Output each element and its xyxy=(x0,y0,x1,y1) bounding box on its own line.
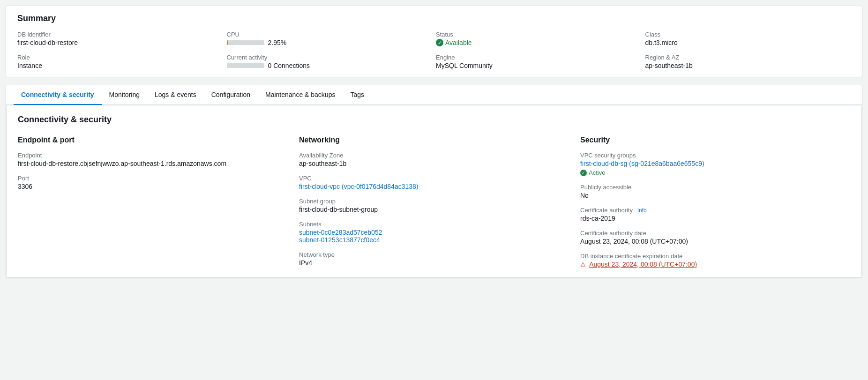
cpu-bar xyxy=(227,40,264,45)
db-identifier-value: first-cloud-db-restore xyxy=(17,39,223,46)
vpc-security-group-link[interactable]: first-cloud-db-sg (sg-021e8a6baa6e655c9) xyxy=(580,160,704,167)
vpc-link-value[interactable]: first-cloud-vpc (vpc-0f0176d4d84ac3138) xyxy=(299,183,569,190)
certificate-authority-label: Certificate authority Info xyxy=(580,207,850,214)
port-label: Port xyxy=(18,175,288,182)
cpu-value: 2.95% xyxy=(268,39,287,46)
class-value: db.t3.micro xyxy=(645,39,851,46)
tab-wrapper: Connectivity & security Monitoring Logs … xyxy=(6,85,862,278)
security-column: Security VPC security groups first-cloud… xyxy=(580,136,850,268)
networking-column: Networking Availability Zone ap-southeas… xyxy=(299,136,569,268)
certificate-authority-info-link[interactable]: Info xyxy=(637,207,647,214)
tab-bar: Connectivity & security Monitoring Logs … xyxy=(6,85,862,105)
cpu-item: CPU 2.95% xyxy=(227,31,433,46)
region-az-label: Region & AZ xyxy=(645,54,851,61)
connections-bar xyxy=(227,63,264,68)
subnet-group-value: first-cloud-db-subnet-group xyxy=(299,206,569,213)
engine-value: MySQL Community xyxy=(436,62,642,69)
active-label: Active xyxy=(589,169,605,176)
warn-icon: ⚠ xyxy=(580,261,586,268)
vpc-label: VPC xyxy=(299,175,569,182)
class-item: Class db.t3.micro xyxy=(645,31,851,46)
vpc-link[interactable]: first-cloud-vpc (vpc-0f0176d4d84ac3138) xyxy=(299,183,418,190)
network-type-value: IPv4 xyxy=(299,259,569,267)
region-az-value: ap-southeast-1b xyxy=(645,62,851,69)
connectivity-security-section: Connectivity & security Endpoint & port … xyxy=(6,105,862,278)
cpu-bar-fill xyxy=(227,40,228,45)
class-label: Class xyxy=(645,31,851,38)
subnet1-link[interactable]: subnet-0c0e283ad57ceb052 xyxy=(299,229,382,236)
engine-item: Engine MySQL Community xyxy=(436,54,642,69)
db-identifier-item: DB identifier first-cloud-db-restore xyxy=(17,31,223,46)
subnet2-link-value[interactable]: subnet-01253c13877cf0ec4 xyxy=(299,236,569,244)
region-az-item: Region & AZ ap-southeast-1b xyxy=(645,54,851,69)
networking-title: Networking xyxy=(299,136,569,144)
certificate-authority-date-label: Certificate authority date xyxy=(580,230,850,237)
connections-bar-container: 0 Connections xyxy=(227,62,433,69)
status-item: Status ✓ Available xyxy=(436,31,642,46)
tab-connectivity[interactable]: Connectivity & security xyxy=(14,85,102,105)
active-check-icon: ✓ xyxy=(580,170,587,176)
summary-title: Summary xyxy=(17,14,851,23)
endpoint-port-column: Endpoint & port Endpoint first-cloud-db-… xyxy=(18,136,288,268)
engine-label: Engine xyxy=(436,54,642,61)
tab-maintenance[interactable]: Maintenance & backups xyxy=(258,85,343,105)
certificate-authority-date-value: August 23, 2024, 00:08 (UTC+07:00) xyxy=(580,238,850,245)
db-identifier-label: DB identifier xyxy=(17,31,223,38)
tab-monitoring[interactable]: Monitoring xyxy=(102,85,147,105)
endpoint-port-title: Endpoint & port xyxy=(18,136,288,144)
connectivity-section-title: Connectivity & security xyxy=(18,115,850,125)
role-value: Instance xyxy=(17,62,223,69)
role-item: Role Instance xyxy=(17,54,223,69)
vpc-security-groups-label: VPC security groups xyxy=(580,152,850,159)
security-title: Security xyxy=(580,136,850,144)
availability-zone-label: Availability Zone xyxy=(299,152,569,159)
subnets-label: Subnets xyxy=(299,221,569,228)
current-activity-value: 0 Connections xyxy=(268,62,310,69)
publicly-accessible-label: Publicly accessible xyxy=(580,184,850,191)
subnet-group-label: Subnet group xyxy=(299,198,569,205)
active-status: ✓ Active xyxy=(580,169,850,176)
network-type-label: Network type xyxy=(299,251,569,258)
availability-zone-value: ap-southeast-1b xyxy=(299,160,569,167)
publicly-accessible-value: No xyxy=(580,192,850,199)
connectivity-grid: Endpoint & port Endpoint first-cloud-db-… xyxy=(18,136,850,268)
certificate-authority-value: rds-ca-2019 xyxy=(580,215,850,222)
endpoint-label: Endpoint xyxy=(18,152,288,159)
status-label: Status xyxy=(436,31,642,38)
tab-logs[interactable]: Logs & events xyxy=(147,85,204,105)
db-cert-expiration-label: DB instance certificate expiration date xyxy=(580,253,850,260)
role-label: Role xyxy=(17,54,223,61)
summary-card: Summary DB identifier first-cloud-db-res… xyxy=(6,6,862,77)
status-value: ✓ Available xyxy=(436,39,642,46)
cpu-bar-container: 2.95% xyxy=(227,39,433,46)
tab-tags[interactable]: Tags xyxy=(343,85,372,105)
subnet2-link[interactable]: subnet-01253c13877cf0ec4 xyxy=(299,236,380,244)
subnet1-link-value[interactable]: subnet-0c0e283ad57ceb052 xyxy=(299,229,569,236)
tab-configuration[interactable]: Configuration xyxy=(204,85,258,105)
db-cert-expiration-value: ⚠ August 23, 2024, 00:08 (UTC+07:00) xyxy=(580,261,850,268)
status-check-icon: ✓ xyxy=(436,39,443,46)
current-activity-item: Current activity 0 Connections xyxy=(227,54,433,69)
cpu-label: CPU xyxy=(227,31,433,38)
summary-grid: DB identifier first-cloud-db-restore CPU… xyxy=(17,31,851,69)
vpc-security-group-link-value[interactable]: first-cloud-db-sg (sg-021e8a6baa6e655c9) xyxy=(580,160,850,167)
endpoint-value: first-cloud-db-restore.cbjsefnjwwzo.ap-s… xyxy=(18,160,288,167)
port-value: 3306 xyxy=(18,183,288,190)
current-activity-label: Current activity xyxy=(227,54,433,61)
db-cert-expiration-link[interactable]: August 23, 2024, 00:08 (UTC+07:00) xyxy=(589,261,697,268)
